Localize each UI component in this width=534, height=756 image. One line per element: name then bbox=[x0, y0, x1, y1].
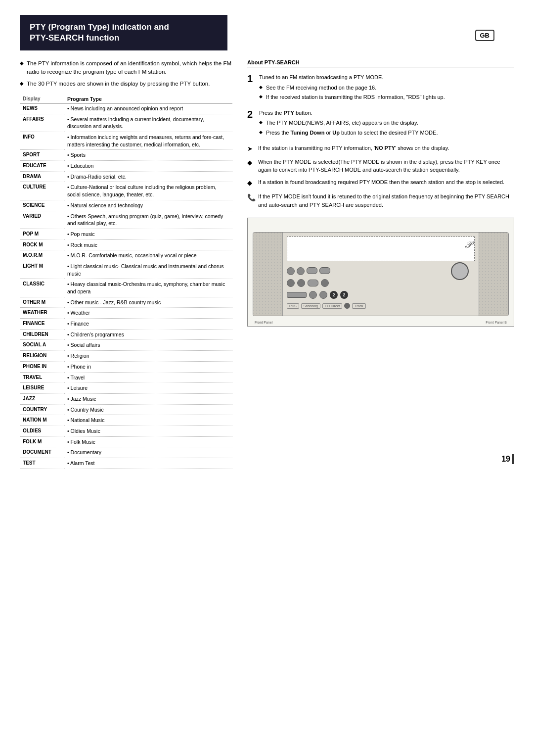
table-cell-type: • Several matters including a current in… bbox=[64, 114, 232, 132]
table-cell-type: • Sports bbox=[64, 150, 232, 161]
table-row: FINANCE• Finance bbox=[20, 319, 232, 330]
phone-icon: 📞 bbox=[247, 192, 255, 209]
table-cell-type: • National Music bbox=[64, 415, 232, 426]
step-2-text: Press the PTY button. bbox=[259, 109, 514, 117]
pty-table: Display Program Type NEWS• News includin… bbox=[20, 95, 232, 469]
table-cell-type: • Pop music bbox=[64, 229, 232, 239]
note-3-text: If a station is found broadcasting requi… bbox=[258, 178, 504, 188]
ctrl-btn-7 bbox=[308, 280, 318, 286]
phone-note: 📞 If the PTY MODE isn't found it is retu… bbox=[247, 192, 514, 209]
ctrl-btn-10 bbox=[309, 291, 317, 299]
table-cell-type: • M.O.R- Comfortable music, occasionally… bbox=[64, 250, 232, 261]
table-row: M.O.R.M• M.O.R- Comfortable music, occas… bbox=[20, 250, 232, 261]
table-row: NEWS• News including an announced opinio… bbox=[20, 103, 232, 114]
table-cell-type: • Folk Music bbox=[64, 436, 232, 447]
gb-badge: GB bbox=[475, 30, 495, 41]
steps-container: 1 Tuned to an FM station broadcasting a … bbox=[247, 73, 514, 209]
table-cell-display: CHILDREN bbox=[20, 329, 64, 340]
table-row: VARIED• Others-Speech, amusing program (… bbox=[20, 211, 232, 229]
arrow-icon-1: ➤ bbox=[247, 144, 255, 154]
speaker-left-dots bbox=[253, 233, 282, 316]
note-2: ◆ When the PTY MODE is selected(The PTY … bbox=[247, 158, 514, 174]
table-cell-type: • Other music - Jazz, R&B country music bbox=[64, 297, 232, 308]
table-cell-display: AFFAIRS bbox=[20, 114, 64, 132]
table-row: NATION M• National Music bbox=[20, 415, 232, 426]
ctrl-btn-9 bbox=[287, 292, 307, 298]
step-2: 2 Press the PTY button. The PTY MODE(NEW… bbox=[247, 109, 514, 139]
arrow-icon-3: ◆ bbox=[247, 178, 255, 188]
table-cell-display: CLASSIC bbox=[20, 279, 64, 297]
table-cell-type: • Jazz Music bbox=[64, 393, 232, 404]
table-cell-type: • Documentary bbox=[64, 447, 232, 458]
ctrl-btn-3 bbox=[307, 267, 317, 274]
ctrl-btn-2 bbox=[297, 267, 305, 275]
numbered-badge-1: 2 bbox=[330, 291, 338, 299]
table-cell-type: • Heavy classical music-Orchestra music,… bbox=[64, 279, 232, 297]
table-cell-display: LEISURE bbox=[20, 383, 64, 394]
page-number: 19 bbox=[501, 454, 514, 464]
table-cell-display: SOCIAL A bbox=[20, 340, 64, 351]
right-column: About PTY-SEARCH 1 Tuned to an FM statio… bbox=[247, 59, 514, 469]
table-cell-display: DOCUMENT bbox=[20, 447, 64, 458]
table-cell-type: • Country Music bbox=[64, 404, 232, 415]
table-cell-display: SPORT bbox=[20, 150, 64, 161]
btn-label-3: CD Direct bbox=[322, 303, 342, 309]
table-cell-type: • Drama-Radio serial, etc. bbox=[64, 171, 232, 182]
table-cell-type: • Culture-National or local culture incl… bbox=[64, 182, 232, 200]
btn-label-2: Scanning bbox=[301, 303, 320, 309]
table-row: INFO• Information including weights and … bbox=[20, 132, 232, 150]
table-cell-display: JAZZ bbox=[20, 393, 64, 404]
table-row: AFFAIRS• Several matters including a cur… bbox=[20, 114, 232, 132]
table-cell-type: • Children's programmes bbox=[64, 329, 232, 340]
table-cell-type: • Oldies Music bbox=[64, 425, 232, 436]
ctrl-btn-6 bbox=[297, 279, 305, 287]
table-cell-type: • Social affairs bbox=[64, 340, 232, 351]
intro-bullet-1: The PTY information is composed of an id… bbox=[20, 59, 232, 77]
note-2-text: When the PTY MODE is selected(The PTY MO… bbox=[258, 158, 514, 174]
table-cell-type: • Natural science and technology bbox=[64, 200, 232, 211]
arrow-icon-2: ◆ bbox=[247, 158, 255, 174]
step-2-number: 2 bbox=[247, 109, 255, 139]
table-row: CULTURE• Culture-National or local cultu… bbox=[20, 182, 232, 200]
table-cell-display: INFO bbox=[20, 132, 64, 150]
table-cell-display: EDUCATE bbox=[20, 161, 64, 172]
step-2-bullet-1: The PTY MODE(NEWS, AFFAIRS, etc) appears… bbox=[259, 119, 514, 127]
main-dial bbox=[451, 262, 469, 280]
speaker-right-dots bbox=[479, 233, 508, 316]
btn-label-1: RDS bbox=[287, 303, 299, 309]
table-cell-type: • Alarm Test bbox=[64, 458, 232, 469]
table-cell-display: LIGHT M bbox=[20, 261, 64, 279]
step-1-bullet-1: See the FM receiving method on the page … bbox=[259, 84, 514, 92]
device-speaker-left bbox=[253, 233, 283, 316]
device-speaker-right bbox=[479, 233, 508, 316]
table-cell-type: • Leisure bbox=[64, 383, 232, 394]
display-p-logo: 𝒫 bbox=[464, 239, 471, 250]
table-row: OTHER M• Other music - Jazz, R&B country… bbox=[20, 297, 232, 308]
device-display-screen: 𝒫 bbox=[287, 236, 475, 261]
ctrl-btn-1 bbox=[287, 267, 295, 275]
note-1-text: If the station is transmitting no PTY in… bbox=[258, 144, 449, 154]
table-row: SPORT• Sports bbox=[20, 150, 232, 161]
table-row: EDUCATE• Education bbox=[20, 161, 232, 172]
table-row: DRAMA• Drama-Radio serial, etc. bbox=[20, 171, 232, 182]
table-row: OLDIES• Oldies Music bbox=[20, 425, 232, 436]
table-cell-display: POP M bbox=[20, 229, 64, 239]
step-1-text: Tuned to an FM station broadcasting a PT… bbox=[259, 73, 514, 82]
step-1: 1 Tuned to an FM station broadcasting a … bbox=[247, 73, 514, 103]
table-row: LEISURE• Leisure bbox=[20, 383, 232, 394]
table-cell-display: OTHER M bbox=[20, 297, 64, 308]
table-row: DOCUMENT• Documentary bbox=[20, 447, 232, 458]
col-display-header: Display bbox=[20, 95, 64, 103]
table-cell-display: COUNTRY bbox=[20, 404, 64, 415]
device-label-right: Front Panel B bbox=[486, 321, 507, 324]
table-row: SCIENCE• Natural science and technology bbox=[20, 200, 232, 211]
table-row: LIGHT M• Light classical music- Classica… bbox=[20, 261, 232, 279]
note-3: ◆ If a station is found broadcasting req… bbox=[247, 178, 514, 188]
ctrl-btn-8 bbox=[321, 279, 329, 287]
table-cell-display: FOLK M bbox=[20, 436, 64, 447]
table-cell-display: NEWS bbox=[20, 103, 64, 114]
btn-label-4: Track bbox=[352, 303, 365, 309]
step-1-number: 1 bbox=[247, 73, 255, 103]
step-1-bullet-2: If the received station is transmitting … bbox=[259, 93, 514, 101]
table-row: SOCIAL A• Social affairs bbox=[20, 340, 232, 351]
